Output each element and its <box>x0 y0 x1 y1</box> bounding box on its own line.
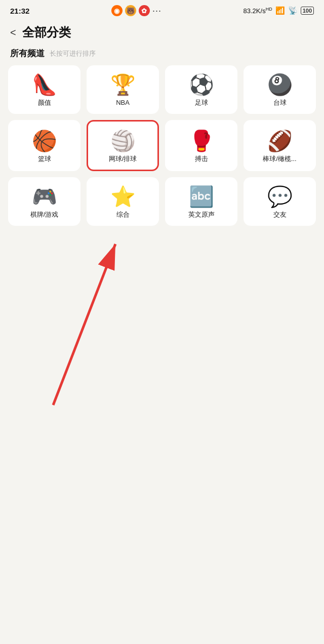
category-item-jiaoYou[interactable]: 💬交友 <box>244 177 316 226</box>
categories-grid: 👠颜值🏆NBA⚽足球🎱台球🏀篮球🏐网球/排球🥊搏击🏈棒球/橄榄...🎮棋牌/游戏… <box>0 65 324 226</box>
category-icon-nba: 🏆 <box>110 74 136 95</box>
category-label-jiaoYou: 交友 <box>273 211 287 219</box>
section-main-label: 所有频道 <box>10 48 45 59</box>
category-icon-taiQiu: 🎱 <box>267 74 293 95</box>
category-item-zuQiu[interactable]: ⚽足球 <box>165 65 237 114</box>
category-item-bangQiu[interactable]: 🏈棒球/橄榄... <box>244 120 316 172</box>
category-item-wangQiu[interactable]: 🏐网球/排球 <box>87 120 159 172</box>
status-time: 21:32 <box>10 7 29 15</box>
category-icon-jiaoYou: 💬 <box>267 186 293 207</box>
page-title: 全部分类 <box>22 24 71 41</box>
page-header: < 全部分类 <box>0 19 324 48</box>
category-label-lanQiu: 篮球 <box>38 155 51 163</box>
app-icon-1: ◉ <box>111 5 123 16</box>
category-item-nba[interactable]: 🏆NBA <box>87 65 159 114</box>
category-item-yingWen[interactable]: 🔤英文原声 <box>165 177 237 226</box>
category-label-yingWen: 英文原声 <box>188 211 215 219</box>
category-icon-yanZhi: 👠 <box>32 74 57 95</box>
category-item-lanQiu[interactable]: 🏀篮球 <box>8 120 80 172</box>
category-icon-bangQiu: 🏈 <box>267 131 293 151</box>
section-header: 所有频道 长按可进行排序 <box>0 48 324 65</box>
category-label-zongHe: 综合 <box>116 211 130 219</box>
category-label-bangQiu: 棒球/橄榄... <box>263 155 296 163</box>
more-menu[interactable]: ··· <box>152 6 161 16</box>
category-icon-boJi: 🥊 <box>189 131 214 151</box>
network-speed: 83.2K/sHD <box>244 7 272 15</box>
status-bar: 21:32 ◉ 🐻 ✿ ··· 83.2K/sHD 📶 📡 100 <box>0 0 324 19</box>
category-label-qiPai: 棋牌/游戏 <box>30 211 59 219</box>
category-icon-qiPai: 🎮 <box>32 186 57 207</box>
app-icon-2: 🐻 <box>125 5 136 16</box>
category-label-taiQiu: 台球 <box>273 99 287 107</box>
category-icon-zuQiu: ⚽ <box>189 74 214 95</box>
svg-line-1 <box>53 244 115 405</box>
category-icon-zongHe: ⭐ <box>110 186 136 207</box>
category-label-wangQiu: 网球/排球 <box>109 155 137 163</box>
category-item-taiQiu[interactable]: 🎱台球 <box>244 65 316 114</box>
section-hint-label: 长按可进行排序 <box>50 49 96 58</box>
category-item-qiPai[interactable]: 🎮棋牌/游戏 <box>8 177 80 226</box>
category-icon-lanQiu: 🏀 <box>32 131 57 151</box>
battery-indicator: 100 <box>301 7 314 15</box>
status-app-icons: ◉ 🐻 ✿ ··· <box>111 5 161 16</box>
category-label-nba: NBA <box>116 99 130 107</box>
category-icon-yingWen: 🔤 <box>189 186 214 207</box>
category-item-yanZhi[interactable]: 👠颜值 <box>8 65 80 114</box>
category-label-zuQiu: 足球 <box>195 99 208 107</box>
back-button[interactable]: < <box>10 27 16 38</box>
category-item-boJi[interactable]: 🥊搏击 <box>165 120 237 172</box>
category-label-yanZhi: 颜值 <box>38 99 51 107</box>
category-icon-wangQiu: 🏐 <box>110 131 136 151</box>
status-right-area: 83.2K/sHD 📶 📡 100 <box>244 6 314 15</box>
signal-icon: 📶 <box>275 6 285 15</box>
category-label-boJi: 搏击 <box>195 155 208 163</box>
wifi-icon: 📡 <box>288 6 298 15</box>
category-item-zongHe[interactable]: ⭐综合 <box>87 177 159 226</box>
app-icon-3: ✿ <box>139 5 150 16</box>
